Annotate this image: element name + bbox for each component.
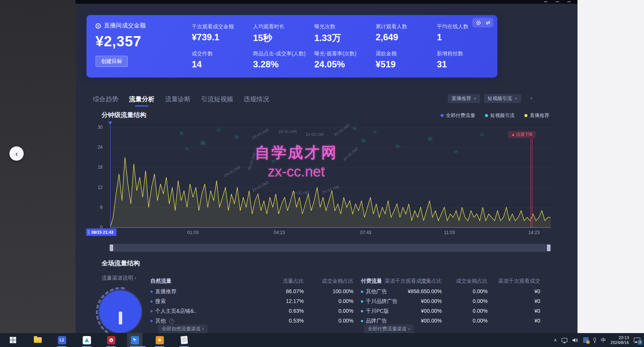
video-artifact — [353, 127, 356, 130]
remove-tag-icon[interactable]: × — [515, 96, 517, 101]
y-tick-label: 12 — [98, 185, 103, 190]
metric-cell: 曝光次数1.33万 — [314, 23, 374, 44]
notepad-icon — [180, 336, 188, 344]
table-header-row: 自然流量流量占比成交金额占比渠道千次观看成交 — [150, 278, 355, 285]
filter-tag[interactable]: 短视频引流× — [484, 94, 521, 103]
primary-metric-value: ¥2,357 — [95, 33, 189, 50]
slider-right-handle[interactable] — [547, 245, 550, 251]
table-row[interactable]: 品牌广告0.00%0.00%¥0 — [361, 318, 545, 325]
video-artifact — [217, 129, 220, 131]
taskbar-app-orange[interactable] — [155, 335, 164, 345]
filter-tag[interactable]: 直播推荐× — [448, 94, 480, 103]
taskbar-app-red[interactable] — [106, 335, 116, 345]
channel-label: 直播推荐 — [155, 288, 176, 295]
metrics-summary-card: ⇄ 直播间成交金额 ¥2,357 创建目标 千次观看成交金额¥739.1人均观看… — [86, 15, 497, 78]
metric-cell: 曝光-观看率(次数)24.05% — [314, 50, 374, 70]
chart-range-slider[interactable] — [109, 244, 551, 252]
system-tray: ∧ 中 23:13 2024/8/16 3 — [554, 333, 644, 347]
cell-value: 0.00% — [289, 308, 353, 314]
taskbar-clock[interactable]: 23:13 2024/8/16 — [611, 335, 629, 345]
notification-badge: 3 — [638, 340, 642, 345]
chart-start-time-tag[interactable]: 08/15 21:43 — [86, 228, 117, 236]
channel-dot — [361, 310, 363, 312]
traffic-minute-chart[interactable]: ▲ 流量下降自学成才网zx-cc.netzx-cc.netzx-cc.netzx… — [110, 124, 551, 228]
legend-item[interactable]: 短视频引流 — [485, 112, 515, 119]
windows-taskbar: L1 ∧ 中 23:13 2024/8/16 3 — [0, 333, 644, 347]
metric-value: 1 — [437, 32, 497, 43]
table-row[interactable]: 直播推荐86.07%100.00%¥858.65 — [150, 288, 355, 296]
folder-icon — [34, 337, 42, 343]
table-row[interactable]: 搜索12.17%0.00%¥0 — [150, 298, 355, 306]
create-goal-button[interactable]: 创建目标 — [95, 56, 128, 67]
info-icon[interactable]: ? — [169, 319, 174, 324]
slider-left-handle[interactable] — [110, 245, 113, 251]
chevron-down-icon[interactable]: ˅ — [530, 96, 533, 101]
close-icon[interactable] — [567, 1, 571, 2]
legend-item[interactable]: 直播推荐 — [524, 112, 549, 119]
pointer-app-icon — [131, 336, 139, 344]
metric-cell: 商品点击-成交率(人数)3.28% — [253, 50, 313, 70]
back-button[interactable]: ‹ — [9, 146, 24, 161]
cell-value: ¥0 — [476, 318, 540, 324]
screen: ‹ ⇄ 直播间成交金额 ¥2,357 创建目标 — [0, 0, 644, 347]
video-artifact — [373, 131, 376, 133]
tab-引流短视频[interactable]: 引流短视频 — [201, 95, 233, 107]
metric-label: 平均在线人数 — [437, 23, 497, 30]
taskbar-app-l1[interactable]: L1 — [57, 335, 67, 345]
legend-item[interactable]: 全部付费流量 — [441, 112, 475, 119]
tab-综合趋势[interactable]: 综合趋势 — [93, 95, 118, 107]
video-artifact — [428, 137, 432, 140]
live-recommend-series — [110, 124, 551, 228]
metric-label: 退款金额 — [376, 50, 436, 57]
traffic-donut-chart[interactable] — [99, 291, 141, 333]
metric-cell: 新增粉丝数31 — [437, 50, 497, 70]
table-row[interactable]: 千川品牌广告0.00%0.00%¥0 — [361, 298, 545, 306]
tab-流量诊断[interactable]: 流量诊断 — [165, 95, 191, 107]
channel-dot — [150, 300, 153, 303]
network-icon[interactable] — [562, 338, 567, 342]
table-row[interactable]: 个人主页&店铺&..0.63%0.00%¥0 — [150, 308, 355, 315]
maximize-icon[interactable] — [556, 1, 559, 2]
natural-traffic-table: 自然流量流量占比成交金额占比渠道千次观看成交直播推荐86.07%100.00%¥… — [150, 275, 355, 332]
channel-help-link[interactable]: 流量渠道说明 › — [102, 275, 136, 282]
table-row[interactable]: 其他?0.53%0.00%¥0 — [150, 318, 355, 325]
tab-流量分析[interactable]: 流量分析 — [129, 95, 155, 107]
video-artifact — [234, 135, 239, 138]
microphone-icon[interactable] — [594, 338, 596, 341]
ime-indicator[interactable]: 中 — [601, 337, 606, 344]
annotation-badge[interactable]: ▲ 流量下降 — [508, 131, 536, 138]
row-name: 直播推荐 — [150, 288, 176, 295]
channel-label: 个人主页&店铺&.. — [155, 308, 197, 315]
table-row[interactable]: 其他广告0.00%0.00%¥0 — [361, 288, 545, 296]
metric-label: 人均观看时长 — [253, 23, 313, 30]
window-controls[interactable] — [544, 1, 571, 2]
primary-metric-label: 直播间成交金额 — [104, 22, 146, 30]
volume-icon[interactable] — [572, 338, 578, 343]
taskbar-app-notepad[interactable] — [179, 335, 189, 345]
column-header: 成交金额占比 — [289, 278, 353, 285]
y-tick-label: 24 — [98, 145, 103, 150]
tab-违规情况[interactable]: 违规情况 — [244, 95, 269, 107]
y-tick-label: 18 — [98, 164, 103, 170]
start-button[interactable] — [8, 335, 18, 345]
metric-cell: 成交件数14 — [192, 50, 252, 70]
legend-label: 短视频引流 — [490, 112, 515, 119]
minimize-icon[interactable] — [544, 1, 547, 2]
video-artifact — [396, 145, 400, 148]
notification-center-icon[interactable]: 3 — [634, 338, 640, 343]
taskbar-file-explorer[interactable] — [33, 335, 42, 345]
taskbar-app-teal[interactable] — [82, 335, 91, 345]
tray-app-icon[interactable] — [583, 337, 589, 343]
table-row[interactable]: 千川PC版0.00%0.00%¥0 — [361, 308, 545, 315]
chart-start-marker — [110, 124, 111, 227]
all-channels-link[interactable]: 全部自然流量渠道 › — [158, 324, 208, 333]
remove-tag-icon[interactable]: × — [474, 96, 476, 101]
metric-label: 商品点击-成交率(人数) — [253, 50, 313, 57]
taskbar-app-pointer[interactable] — [130, 335, 139, 345]
tray-expand-icon[interactable]: ∧ — [554, 338, 557, 342]
all-channels-link[interactable]: 全部付费流量渠道 › — [364, 324, 414, 333]
primary-metric: 直播间成交金额 ¥2,357 创建目标 — [95, 22, 189, 67]
window-titlebar — [76, 0, 577, 4]
metric-label: 成交件数 — [192, 50, 252, 57]
metric-value: 1.33万 — [314, 32, 374, 44]
